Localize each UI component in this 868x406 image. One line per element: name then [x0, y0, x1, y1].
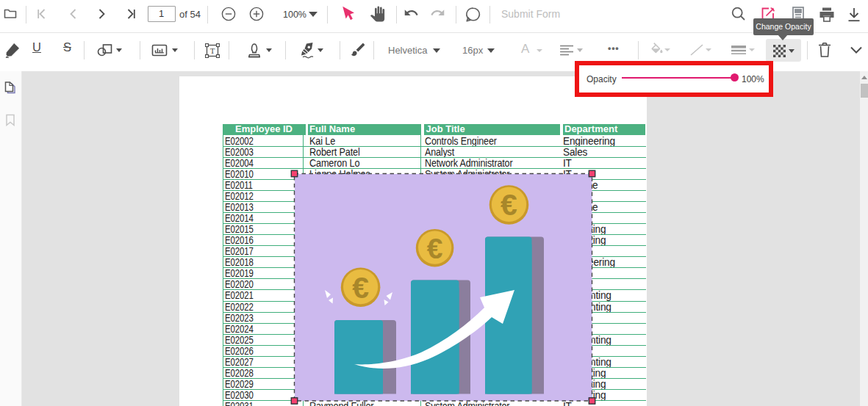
svg-text:T: T: [210, 46, 215, 55]
